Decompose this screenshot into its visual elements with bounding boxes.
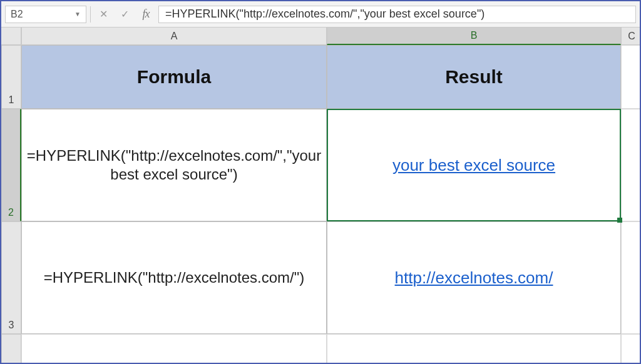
row-header-2[interactable]: 2 xyxy=(1,109,21,221)
enter-icon[interactable]: ✓ xyxy=(116,6,133,23)
cancel-icon[interactable]: ✕ xyxy=(95,6,112,23)
col-header-B[interactable]: B xyxy=(327,28,621,45)
cell-C1[interactable] xyxy=(621,45,641,109)
separator xyxy=(90,6,91,23)
select-all-corner[interactable] xyxy=(1,28,21,45)
cell-A2[interactable]: =HYPERLINK("http://excelnotes.com/","you… xyxy=(21,109,327,221)
col-header-C[interactable]: C xyxy=(621,28,641,45)
chevron-down-icon[interactable]: ▼ xyxy=(74,11,81,18)
cell-B3[interactable]: http://excelnotes.com/ xyxy=(327,221,621,334)
cell-C2[interactable] xyxy=(621,109,641,221)
cell-C4[interactable] xyxy=(621,334,641,364)
cell-B4[interactable] xyxy=(327,334,621,364)
name-box-value: B2 xyxy=(11,9,23,20)
col-header-A[interactable]: A xyxy=(21,28,327,45)
fx-icon[interactable]: fx xyxy=(137,6,155,23)
cell-A3-text: =HYPERLINK("http://excelnotes.com/") xyxy=(44,268,305,287)
row-header-1[interactable]: 1 xyxy=(1,45,21,109)
hyperlink-B2[interactable]: your best excel source xyxy=(392,156,555,175)
formula-input[interactable]: =HYPERLINK("http://excelnotes.com/","you… xyxy=(158,6,636,23)
cell-A2-text: =HYPERLINK("http://excelnotes.com/","you… xyxy=(27,146,321,184)
row-header-4[interactable] xyxy=(1,334,21,364)
cell-B2[interactable]: your best excel source xyxy=(327,109,621,221)
name-box[interactable]: B2 ▼ xyxy=(5,6,86,23)
cell-C3[interactable] xyxy=(621,221,641,334)
cell-A3[interactable]: =HYPERLINK("http://excelnotes.com/") xyxy=(21,221,327,334)
cell-B1[interactable]: Result xyxy=(327,45,621,109)
formula-bar: B2 ▼ ✕ ✓ fx =HYPERLINK("http://excelnote… xyxy=(1,1,640,28)
formula-input-text: =HYPERLINK("http://excelnotes.com/","you… xyxy=(165,8,485,21)
row-header-3[interactable]: 3 xyxy=(1,221,21,334)
hyperlink-B3[interactable]: http://excelnotes.com/ xyxy=(395,268,553,288)
worksheet: A B C 1 Formula Result 2 =HYPERLINK("htt… xyxy=(1,28,640,364)
cell-A4[interactable] xyxy=(21,334,327,364)
cell-A1[interactable]: Formula xyxy=(21,45,327,109)
